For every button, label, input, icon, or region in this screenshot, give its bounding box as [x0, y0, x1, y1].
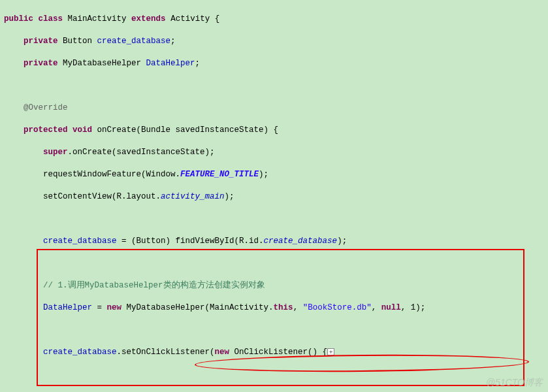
blank-line [4, 325, 543, 336]
code-line: setContentView(R.layout.activity_main); [4, 191, 543, 203]
code-line: private MyDatabaseHelper DataHelper; [4, 58, 543, 69]
code-line: create_database = (Button) findViewById(… [4, 236, 543, 247]
code-line: @Override [4, 103, 543, 114]
code-line: super.onCreate(savedInstanceState); [4, 147, 543, 158]
code-line: protected void onCreate(Bundle savedInst… [4, 125, 543, 136]
code-line: requestWindowFeature(Window.FEATURE_NO_T… [4, 169, 543, 180]
blank-line [4, 80, 543, 91]
code-editor[interactable]: public class MainActivity extends Activi… [0, 0, 548, 392]
code-line: // 1.调用MyDatabaseHelper类的构造方法创建实例对象 [4, 280, 543, 291]
fold-icon[interactable]: + [327, 348, 334, 355]
code-line: DataHelper = new MyDatabaseHelper(MainAc… [4, 302, 543, 314]
code-line: public class MainActivity extends Activi… [4, 14, 543, 25]
blank-line [4, 258, 543, 269]
blank-line [4, 214, 543, 225]
code-line: private Button create_database; [4, 36, 543, 47]
blank-line [4, 369, 543, 380]
code-line: create_database.setOnClickListener(new O… [4, 347, 543, 358]
watermark: @51CTO博客 [486, 377, 543, 388]
